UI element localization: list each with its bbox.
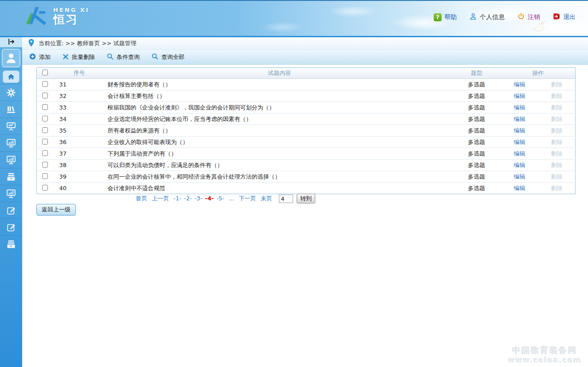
edit-link[interactable]: 编辑 <box>501 81 538 89</box>
profile-label: 个人信息 <box>480 13 505 21</box>
pagination-page[interactable]: -1- <box>173 195 181 202</box>
delete-link[interactable]: 删除 <box>538 173 575 181</box>
help-button[interactable]: ? 帮助 <box>434 13 457 21</box>
cell-operations: 编辑删除 <box>501 125 576 137</box>
batch-delete-button[interactable]: 批量删除 <box>62 53 95 62</box>
delete-link[interactable]: 删除 <box>538 115 575 123</box>
sidebar-item-courseware[interactable] <box>0 117 22 134</box>
add-button[interactable]: 添加 <box>29 53 51 62</box>
sidebar-item-monitor-3[interactable] <box>0 185 22 202</box>
row-checkbox[interactable] <box>42 81 48 87</box>
row-checkbox[interactable] <box>42 116 48 121</box>
power-icon <box>517 12 525 22</box>
pagination-page-current[interactable]: -4- <box>205 195 214 202</box>
row-checkbox[interactable] <box>42 185 48 191</box>
pagination-last[interactable]: 末页 <box>261 195 272 202</box>
cell-question-content: 企业选定境外经营的记账本位币，应当考虑的因素有（） <box>107 113 452 125</box>
cell-seq: 37 <box>52 148 107 160</box>
row-checkbox[interactable] <box>42 162 48 168</box>
pagination-ellipsis: ... <box>229 195 234 202</box>
cell-question-content: 可以归类为流动负债时，应满足的条件有（） <box>107 160 452 171</box>
row-checkbox[interactable] <box>42 104 48 110</box>
edit-link[interactable]: 编辑 <box>501 184 538 192</box>
sidebar-item-monitor-1[interactable] <box>0 134 22 151</box>
top-header: HENG XI 恒习 ? 帮助 个人信息 <box>0 0 588 37</box>
header-type: 题型 <box>452 68 501 79</box>
delete-link[interactable]: 删除 <box>538 138 575 146</box>
delete-link[interactable]: 删除 <box>538 127 575 135</box>
delete-link[interactable]: 删除 <box>538 150 575 158</box>
delete-link[interactable]: 删除 <box>538 92 575 100</box>
edit-link[interactable]: 编辑 <box>501 150 538 158</box>
row-checkbox[interactable] <box>42 139 48 144</box>
pagination-pages: -1--2--3--4--5- <box>172 195 225 202</box>
header-content: 试题内容 <box>107 68 452 79</box>
cell-question-type: 多选题 <box>452 183 501 194</box>
cell-question-content: 根据我国的《企业会计准则》，我国企业的会计期间可划分为（） <box>107 102 452 113</box>
row-checkbox[interactable] <box>42 173 48 179</box>
pagination-prev[interactable]: 上一页 <box>152 195 169 202</box>
delete-link[interactable]: 删除 <box>538 81 575 89</box>
sidebar-item-exam-edit-2[interactable] <box>0 219 22 235</box>
cell-question-content: 所有者权益的来源有（） <box>107 125 452 137</box>
sidebar <box>0 37 22 367</box>
edit-link[interactable]: 编辑 <box>501 92 538 100</box>
back-button[interactable]: 返回上一级 <box>36 204 76 215</box>
table-row: 32会计核算主要包括（）多选题编辑删除 <box>37 90 576 102</box>
row-checkbox[interactable] <box>42 127 48 133</box>
page-number-input[interactable] <box>279 195 293 203</box>
table-row: 40会计准则中不适合规范多选题编辑删除 <box>37 183 576 194</box>
delete-link[interactable]: 删除 <box>538 161 575 169</box>
pagination-page[interactable]: -3- <box>195 195 203 202</box>
toolbar: 添加 批量删除 条件查询 查询全部 <box>22 50 588 65</box>
row-checkbox[interactable] <box>42 150 48 156</box>
search-icon <box>106 53 114 62</box>
edit-link[interactable]: 编辑 <box>501 173 538 181</box>
exit-label: 退出 <box>563 13 576 21</box>
cell-question-content: 下列属于流动资产的有（） <box>107 148 452 160</box>
cell-seq: 39 <box>52 171 107 183</box>
edit-link[interactable]: 编辑 <box>501 104 538 112</box>
edit-icon <box>6 206 16 215</box>
logo-name-en: HENG XI <box>53 7 90 13</box>
row-checkbox[interactable] <box>42 93 48 98</box>
query-all-button[interactable]: 查询全部 <box>151 53 184 62</box>
avatar-icon <box>2 49 20 67</box>
pagination-page[interactable]: -2- <box>184 195 192 202</box>
sidebar-item-archive-2[interactable] <box>0 235 22 252</box>
profile-button[interactable]: 个人信息 <box>469 12 505 22</box>
sidebar-item-exam-edit-1[interactable] <box>0 202 22 219</box>
sidebar-item-avatar[interactable] <box>0 47 22 69</box>
pagination-next[interactable]: 下一页 <box>239 195 256 202</box>
table-row: 33根据我国的《企业会计准则》，我国企业的会计期间可划分为（）多选题编辑删除 <box>37 102 576 113</box>
sidebar-item-library[interactable] <box>0 101 22 117</box>
edit-link[interactable]: 编辑 <box>501 138 538 146</box>
cell-operations: 编辑删除 <box>501 79 576 90</box>
pagination-page[interactable]: -5- <box>216 195 224 202</box>
sidebar-item-archive-1[interactable] <box>0 168 22 185</box>
question-table: 序号 试题内容 题型 操作 31财务报告的使用者有（）多选题编辑删除32会计核算… <box>36 67 576 194</box>
delete-link[interactable]: 删除 <box>538 184 575 192</box>
exit-button[interactable]: 退出 <box>553 12 576 22</box>
sidebar-collapse-button[interactable] <box>0 37 22 47</box>
edit-link[interactable]: 编辑 <box>501 115 538 123</box>
cell-operations: 编辑删除 <box>501 137 576 148</box>
sidebar-item-home[interactable] <box>0 69 22 84</box>
sidebar-item-monitor-2[interactable] <box>0 151 22 168</box>
pagination-first[interactable]: 首页 <box>136 195 147 202</box>
delete-link[interactable]: 删除 <box>538 104 575 112</box>
logout-button[interactable]: 注销 <box>517 12 540 22</box>
edit-link[interactable]: 编辑 <box>501 161 538 169</box>
monitor-chart-icon <box>6 138 16 148</box>
cell-operations: 编辑删除 <box>501 102 576 113</box>
table-row: 36企业收入的取得可能表现为（）多选题编辑删除 <box>37 137 576 148</box>
collapse-arrow-icon <box>7 38 16 47</box>
conditional-query-button[interactable]: 条件查询 <box>106 53 140 62</box>
cell-question-type: 多选题 <box>452 148 501 160</box>
go-to-page-button[interactable]: 转到 <box>297 194 315 203</box>
edit-link[interactable]: 编辑 <box>501 127 538 135</box>
sidebar-item-settings[interactable] <box>0 84 22 101</box>
add-icon <box>29 53 36 62</box>
cell-question-content: 财务报告的使用者有（） <box>107 79 452 90</box>
select-all-checkbox[interactable] <box>42 70 48 75</box>
